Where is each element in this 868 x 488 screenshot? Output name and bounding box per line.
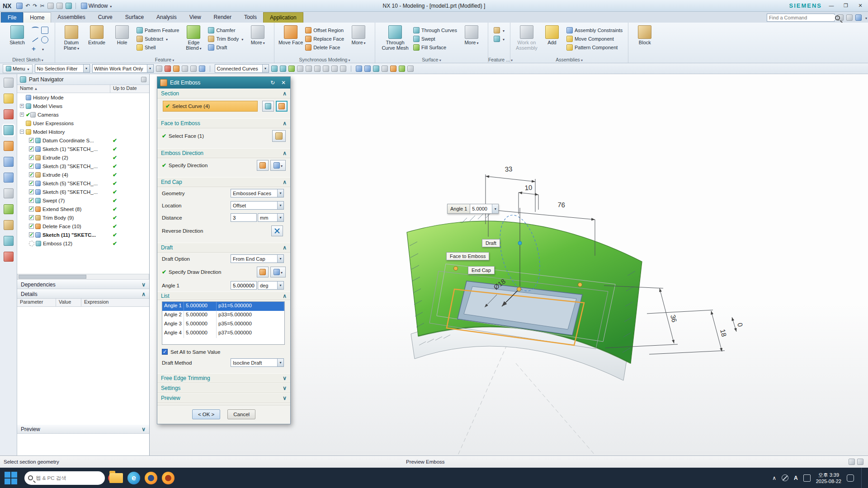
through-curve-mesh-button[interactable]: Through Curve Mesh (379, 24, 411, 56)
intersection-point-icon[interactable] (190, 66, 197, 72)
help-icon[interactable] (855, 14, 862, 21)
angle-list-row[interactable]: Angle 4 5.000000 p37=5.000000 (162, 329, 284, 338)
dialog-titlebar[interactable]: Edit Emboss ↻ ✕ (157, 77, 290, 89)
suppress-checkbox[interactable] (29, 215, 34, 220)
pen-settings-icon[interactable] (803, 474, 811, 482)
tree-item-extrude-4[interactable]: Extrude (4) (17, 170, 149, 179)
tab-home[interactable]: Home (23, 12, 51, 23)
column-value[interactable]: Value (56, 299, 81, 306)
selection-filter-combo[interactable]: No Selection Filter (35, 64, 90, 73)
hd3d-tools-icon[interactable] (4, 157, 14, 167)
angle1-input[interactable] (231, 281, 257, 290)
preview-group-bar[interactable]: Preview (157, 393, 290, 403)
show-desktop-button[interactable] (861, 468, 863, 488)
arc-center-icon[interactable] (199, 66, 205, 72)
tree-item-emboss-12[interactable]: Emboss (12) (17, 239, 149, 248)
assembly-constraints-button[interactable]: Assembly Constraints (565, 26, 624, 34)
subtract-button[interactable]: Subtract (135, 34, 181, 43)
distance-unit-combo[interactable]: mm (258, 213, 284, 222)
web-browser-icon[interactable] (4, 173, 14, 183)
redo-icon[interactable]: ↷ (33, 3, 38, 9)
select-face-label[interactable]: Select Face (1) (169, 133, 270, 139)
column-parameter[interactable]: Parameter (17, 299, 56, 306)
pattern-component-button[interactable]: Pattern Component (565, 43, 624, 52)
draw-vector-type-button[interactable] (270, 267, 286, 277)
copy-icon[interactable] (47, 3, 54, 9)
edge-blend-button[interactable]: Edge Blend (181, 24, 206, 56)
dimension-18[interactable]: 18 (719, 328, 728, 338)
repeat-command-icon[interactable] (66, 3, 72, 9)
suppress-checkbox[interactable] (29, 189, 34, 194)
tab-surface[interactable]: Surface (119, 12, 150, 23)
gear-icon[interactable] (4, 78, 14, 88)
taskbar-search-box[interactable] (24, 471, 105, 485)
start-button[interactable] (2, 469, 20, 487)
work-on-assembly-button[interactable]: Work on Assembly (514, 24, 539, 56)
column-up-to-date[interactable]: Up to Date (110, 85, 149, 93)
tree-item-datum-csys[interactable]: Datum Coordinate S... (17, 136, 149, 145)
end-cap-handle-tag[interactable]: End Cap (468, 266, 495, 274)
selection-scope-combo[interactable]: Within Work Part Only (92, 64, 154, 73)
line-tool-icon[interactable] (32, 38, 38, 42)
tree-item-sketch-6[interactable]: Sketch (6) "SKETCH_... (17, 188, 149, 196)
edge-browser-icon[interactable]: e (127, 472, 140, 484)
maximize-button[interactable]: ❐ (841, 2, 851, 10)
extrude-button[interactable]: Extrude (84, 24, 109, 56)
tab-file[interactable]: File (1, 12, 23, 23)
set-all-checkbox[interactable] (162, 349, 168, 355)
curve-rule-combo[interactable]: Connected Curves (215, 64, 269, 73)
angle-list-row[interactable]: Angle 3 5.000000 p35=5.000000 (162, 320, 284, 329)
minimize-button[interactable]: — (826, 2, 836, 10)
tree-item-extend-sheet-8[interactable]: Extend Sheet (8) (17, 205, 149, 213)
minimize-ribbon-icon[interactable] (864, 14, 867, 21)
follow-fillet-icon[interactable] (280, 66, 286, 72)
clip-status-icon[interactable] (849, 459, 855, 465)
hole-button[interactable]: Hole (109, 24, 135, 56)
swept-button[interactable]: Swept (411, 34, 459, 43)
angle1-unit-combo[interactable]: deg (258, 281, 284, 290)
firefox-icon[interactable] (145, 472, 157, 484)
tab-curve[interactable]: Curve (92, 12, 119, 23)
angle-list[interactable]: Angle 1 5.000000 p31=5.000000 Angle 2 5.… (162, 301, 285, 345)
blocked-status-icon[interactable] (782, 474, 788, 481)
fill-surface-button[interactable]: Fill Surface (411, 43, 459, 52)
suppress-checkbox[interactable] (29, 164, 34, 169)
tree-item-trim-body-9[interactable]: Trim Body (9) (17, 213, 149, 222)
suppress-checkbox[interactable] (29, 198, 34, 203)
pattern-feature-button[interactable]: Pattern Feature (135, 26, 181, 34)
feature-gallery-button-2[interactable] (492, 34, 506, 43)
tray-expand-icon[interactable]: ∧ (772, 475, 776, 481)
point-tool-icon[interactable] (32, 46, 39, 53)
circle-tool-icon[interactable] (41, 36, 48, 43)
line-icon[interactable] (314, 66, 321, 72)
background-icon[interactable] (399, 66, 405, 72)
end-point-icon[interactable] (173, 66, 179, 72)
snap-point-icon[interactable] (165, 66, 171, 72)
cancel-button[interactable]: Cancel (227, 409, 255, 419)
window-menu[interactable]: Window (81, 3, 112, 9)
vector-type-button[interactable] (270, 160, 286, 171)
history-palette-icon[interactable] (4, 188, 14, 198)
tab-tools[interactable]: Tools (238, 12, 263, 23)
surface-more-button[interactable]: More (459, 24, 484, 56)
tab-application[interactable]: Application (263, 12, 303, 23)
tree-item-model-views[interactable]: Model Views (17, 102, 149, 110)
tab-analysis[interactable]: Analysis (150, 12, 183, 23)
find-command-input[interactable] (767, 15, 835, 20)
drag-handle[interactable] (517, 287, 521, 291)
feature-more-button[interactable]: More (245, 24, 270, 56)
ime-mode-indicator[interactable]: A (794, 475, 798, 481)
replace-face-button[interactable]: Replace Face (303, 34, 346, 43)
tab-assemblies[interactable]: Assemblies (51, 12, 91, 23)
draft-option-combo[interactable]: From End Cap (231, 254, 284, 263)
group-label-feature-more[interactable]: Feature ... (488, 57, 510, 62)
refresh-view-icon[interactable] (373, 66, 379, 72)
paste-icon[interactable] (57, 3, 63, 9)
feature-gallery-button-1[interactable] (492, 26, 506, 34)
delete-face-button[interactable]: Delete Face (303, 43, 346, 52)
angle-list-row[interactable]: Angle 2 5.000000 p33=5.000000 (162, 311, 284, 320)
browser-icon[interactable] (162, 472, 175, 484)
reset-dialog-icon[interactable]: ↻ (269, 80, 277, 86)
column-name[interactable]: Name (17, 85, 110, 93)
add-component-button[interactable]: Add (539, 24, 565, 56)
